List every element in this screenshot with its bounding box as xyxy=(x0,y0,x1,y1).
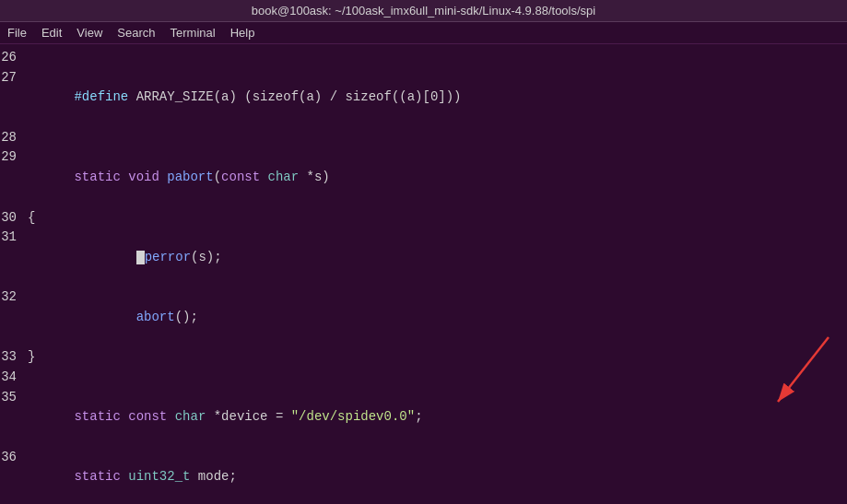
line-num-33: 33 xyxy=(0,347,28,368)
code-area: 26 27 #define ARRAY_SIZE(a) (sizeof(a) /… xyxy=(0,44,847,504)
cursor xyxy=(136,251,145,264)
menu-edit[interactable]: Edit xyxy=(41,26,62,40)
svg-line-1 xyxy=(778,337,829,402)
menu-bar: File Edit View Search Terminal Help xyxy=(0,22,847,44)
menu-terminal[interactable]: Terminal xyxy=(171,26,216,40)
code-line-26: 26 xyxy=(0,48,847,68)
menu-search[interactable]: Search xyxy=(117,26,155,40)
code-line-31: 31 perror(s); xyxy=(0,228,847,287)
code-line-27: 27 #define ARRAY_SIZE(a) (sizeof(a) / si… xyxy=(0,68,847,128)
arrow-annotation xyxy=(727,333,838,416)
code-line-28: 28 xyxy=(0,128,847,148)
line-num-29: 29 xyxy=(0,147,28,168)
code-line-36: 36 static uint32_t mode; xyxy=(0,448,847,504)
menu-help[interactable]: Help xyxy=(230,26,255,40)
line-num-27: 27 xyxy=(0,68,28,88)
line-num-36: 36 xyxy=(0,448,28,468)
code-line-34: 34 xyxy=(0,368,847,388)
line-num-35: 35 xyxy=(0,388,28,408)
line-num-32: 32 xyxy=(0,287,28,308)
line-num-31: 31 xyxy=(0,228,28,248)
title-text: book@100ask: ~/100ask_imx6ull_mini-sdk/L… xyxy=(252,4,595,18)
code-line-32: 32 abort(); xyxy=(0,287,847,347)
line-num-28: 28 xyxy=(0,128,28,148)
line-num-34: 34 xyxy=(0,368,28,388)
title-bar: book@100ask: ~/100ask_imx6ull_mini-sdk/L… xyxy=(0,0,847,22)
code-line-29: 29 static void pabort(const char *s) xyxy=(0,147,847,207)
line-num-26: 26 xyxy=(0,48,28,68)
menu-file[interactable]: File xyxy=(7,26,27,40)
code-line-33: 33 } xyxy=(0,347,847,368)
code-line-30: 30 { xyxy=(0,208,847,229)
line-num-30: 30 xyxy=(0,208,28,229)
code-line-35: 35 static const char *device = "/dev/spi… xyxy=(0,388,847,448)
menu-view[interactable]: View xyxy=(76,26,102,40)
